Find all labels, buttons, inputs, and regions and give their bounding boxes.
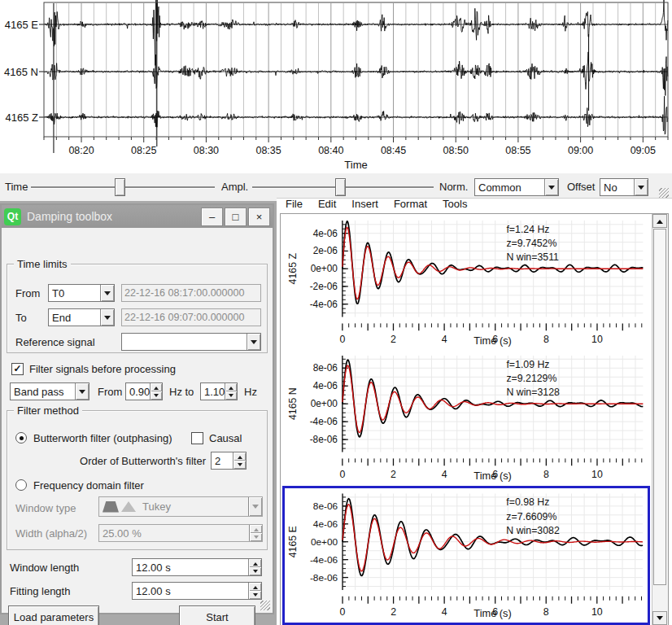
y-tick-label: 0e+00 — [311, 398, 338, 409]
time-tick-label: 08:40 — [318, 145, 343, 156]
ampl-slider-handle[interactable] — [335, 178, 346, 196]
band-hz-label: Hz — [244, 386, 257, 398]
chevron-down-icon[interactable] — [634, 179, 648, 195]
spin-up-icon[interactable] — [233, 452, 246, 461]
plot-block-4165-N[interactable]: 8e-064e-060e+00-4e-06-8e-060246810Time (… — [282, 351, 650, 484]
spin-up-icon[interactable] — [249, 559, 261, 567]
y-tick-label: 4e-06 — [313, 518, 338, 530]
band-from-spinbox[interactable]: 0.90 — [125, 382, 163, 400]
x-tick-label: 2 — [391, 469, 396, 480]
chevron-down-icon[interactable] — [75, 383, 89, 400]
butterworth-radio[interactable] — [15, 432, 27, 444]
time-slider-handle[interactable] — [115, 178, 125, 196]
y-tick-label: -4e-06 — [310, 416, 338, 427]
y-tick-label: -8e-06 — [310, 434, 338, 445]
damped-plot-4165-Z[interactable]: 4e-062e-060e+00-2e-06-4e-060246810Time (… — [282, 216, 650, 349]
y-tick-label: 0e+00 — [311, 263, 338, 274]
scrollbar-thumb[interactable] — [653, 229, 666, 585]
filter-before-processing-row: ✓ Filter signals before processing — [11, 360, 176, 378]
chevron-down-icon[interactable] — [247, 334, 260, 350]
offset-combobox[interactable]: No — [600, 178, 648, 196]
annotation-0: f=0.98 Hz — [506, 496, 549, 508]
x-tick-label: 0 — [339, 469, 345, 480]
filter-method-group-label: Filter method — [14, 404, 82, 417]
vertical-scrollbar[interactable] — [652, 214, 668, 625]
window-length-spinbox[interactable]: 12.00 s — [132, 558, 262, 576]
spin-down-icon[interactable] — [151, 391, 162, 400]
chevron-down-icon[interactable] — [100, 309, 114, 326]
qt-logo-icon: Qt — [4, 208, 21, 225]
damped-plot-4165-N[interactable]: 8e-064e-060e+00-4e-06-8e-060246810Time (… — [282, 351, 650, 484]
resize-grip[interactable] — [260, 601, 270, 610]
damping-toolbox-window: Qt Damping toolbox – □ × Time limits Fro… — [0, 203, 274, 614]
norm-label: Norm. — [439, 181, 468, 193]
filter-checkbox-label: Filter signals before processing — [29, 363, 176, 375]
x-tick-label: 4 — [442, 607, 447, 618]
fit-curve — [343, 365, 643, 432]
menu-item-file[interactable]: File — [286, 199, 303, 212]
load-parameters-button[interactable]: Load parameters — [8, 605, 99, 625]
annotation-1: z=9.7452% — [506, 238, 556, 249]
annotation-0: f=1.09 Hz — [506, 359, 549, 370]
trace-label: 4165 E — [5, 19, 39, 31]
menu-item-insert[interactable]: Insert — [351, 199, 378, 212]
plot-block-4165-E[interactable]: 8e-064e-060e+00-4e-06-8e-060246810Time (… — [282, 486, 650, 625]
band-from-label: From — [98, 386, 122, 398]
maximize-button[interactable]: □ — [225, 208, 247, 226]
close-button[interactable]: × — [248, 208, 270, 226]
time-tick-label: 08:45 — [381, 145, 406, 156]
spin-down-icon[interactable] — [225, 391, 237, 400]
start-button[interactable]: Start — [179, 605, 255, 625]
spin-up-icon[interactable] — [249, 583, 261, 591]
annotation-2: N win=3082 — [506, 525, 560, 536]
scroll-down-icon[interactable] — [652, 611, 667, 625]
x-tick-label: 0 — [339, 334, 345, 345]
norm-combobox[interactable]: Common — [474, 178, 559, 196]
band-to-spinbox[interactable]: 1.10 — [200, 382, 238, 400]
spin-down-icon[interactable] — [249, 591, 261, 599]
minimize-button[interactable]: – — [201, 208, 223, 226]
fitting-length-spinbox[interactable]: 12.00 s — [132, 582, 262, 600]
y-axis-label: 4165 N — [287, 387, 299, 420]
from-combobox[interactable]: T0 — [48, 284, 115, 302]
seismogram-panel[interactable]: 4165 E4165 N4165 Z08:2008:2508:3008:3508… — [0, 0, 672, 173]
resize-grip[interactable] — [659, 188, 669, 198]
reference-signal-combobox[interactable] — [121, 333, 261, 351]
y-axis-label: 4165 Z — [287, 253, 299, 285]
window-type-combobox[interactable]: Tukey — [98, 496, 263, 517]
fit-curve — [343, 505, 643, 571]
scroll-up-icon[interactable] — [652, 214, 667, 228]
fit-curve — [343, 227, 643, 299]
spin-up-icon[interactable] — [151, 383, 162, 391]
plot-block-4165-Z[interactable]: 4e-062e-060e+00-2e-06-4e-060246810Time (… — [282, 216, 650, 349]
spin-up-icon[interactable] — [225, 383, 237, 391]
filter-checkbox[interactable]: ✓ — [11, 363, 24, 375]
spin-down-icon[interactable] — [233, 461, 246, 469]
x-axis-label: Time (s) — [473, 607, 512, 619]
filter-type-combobox[interactable]: Band pass — [10, 382, 89, 400]
menu-item-format[interactable]: Format — [394, 199, 427, 212]
window-length-label: Window length — [10, 562, 79, 574]
spin-down-icon[interactable] — [249, 567, 261, 575]
width-alpha-spinbox[interactable]: 25.00 % — [98, 524, 263, 542]
y-tick-label: -4e-06 — [310, 299, 338, 310]
signal-curve — [343, 360, 643, 437]
frequency-domain-radio[interactable] — [15, 479, 27, 491]
menu-item-tools[interactable]: Tools — [443, 199, 467, 212]
x-tick-label: 2 — [391, 334, 396, 345]
time-tick-label: 08:55 — [505, 145, 530, 156]
menu-item-edit[interactable]: Edit — [318, 199, 336, 212]
annotation-1: z=7.6609% — [506, 511, 556, 522]
x-tick-label: 8 — [543, 469, 549, 480]
annotation-2: N win=3511 — [506, 251, 559, 263]
chevron-down-icon[interactable] — [544, 179, 558, 195]
x-tick-label: 10 — [591, 469, 603, 480]
to-label: To — [15, 312, 27, 324]
title-bar[interactable]: Qt Damping toolbox – □ × — [2, 205, 273, 228]
chevron-down-icon[interactable] — [100, 285, 114, 301]
butterworth-order-spinbox[interactable]: 2 — [211, 452, 247, 470]
y-axis-label: 4165 E — [287, 526, 299, 557]
to-combobox[interactable]: End — [48, 308, 115, 326]
damped-plot-4165-E[interactable]: 8e-064e-060e+00-4e-06-8e-060246810Time (… — [285, 488, 648, 623]
causal-checkbox[interactable] — [191, 432, 203, 444]
